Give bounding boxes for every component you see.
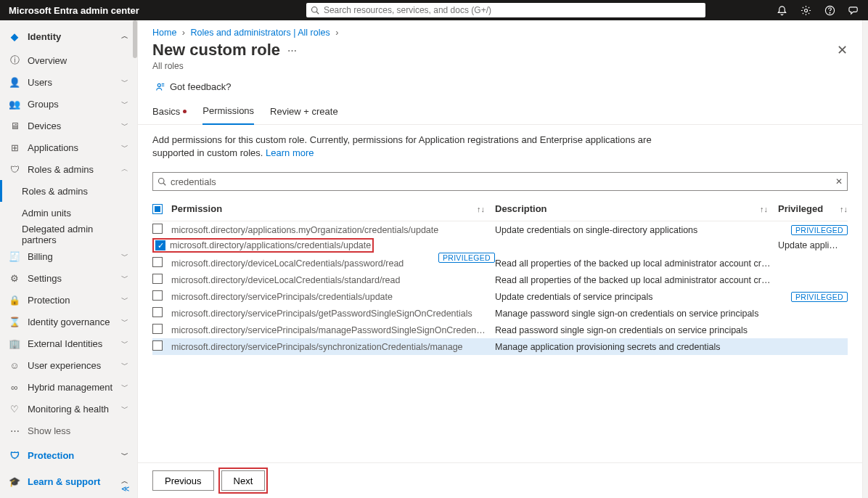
search-icon [311, 6, 319, 15]
groups-icon: 👥 [9, 99, 20, 110]
row-checkbox[interactable] [152, 290, 163, 301]
feedback-person-icon [155, 82, 165, 92]
monitoring-icon: ♡ [9, 404, 20, 415]
chevron-down-icon: ﹀ [121, 317, 128, 327]
feedback-icon[interactable] [848, 5, 859, 16]
table-row[interactable]: microsoft.directory/servicePrincipals/sy… [152, 338, 848, 355]
required-dot-icon [183, 110, 187, 113]
tab-review-create[interactable]: Review + create [270, 99, 338, 124]
row-checkbox[interactable] [152, 224, 163, 234]
chevron-down-icon: ﹀ [121, 273, 128, 283]
sidebar-identity[interactable]: ◆ Identity ︿ [0, 23, 137, 49]
sidebar-user-experiences[interactable]: ☺User experiences﹀ [0, 354, 137, 376]
row-checkbox[interactable] [152, 274, 163, 284]
settings-icon[interactable] [801, 5, 811, 16]
sidebar-scrollbar[interactable] [133, 20, 137, 58]
permissions-description: Add permissions for this custom role. Cu… [138, 125, 689, 163]
sidebar-protection[interactable]: 🔒Protection﹀ [0, 289, 137, 311]
table-row[interactable]: microsoft.directory/servicePrincipals/cr… [152, 288, 848, 305]
previous-button[interactable]: Previous [152, 470, 214, 491]
footer-actions: Previous Next [138, 462, 862, 498]
close-icon[interactable]: ✕ [837, 42, 848, 58]
chevron-right-icon: › [335, 28, 338, 38]
select-all-checkbox[interactable] [152, 204, 163, 214]
collapse-sidebar-icon[interactable]: ≪ [121, 484, 130, 494]
permission-name: microsoft.directory/servicePrincipals/sy… [171, 342, 495, 352]
chevron-down-icon: ﹀ [121, 251, 128, 261]
sidebar-admin-units[interactable]: Admin units [0, 202, 137, 224]
global-search-input[interactable] [324, 5, 701, 15]
identity-icon: ◆ [9, 31, 20, 42]
permission-search[interactable]: ✕ [152, 172, 848, 191]
permission-description: Manage application provisioning secrets … [495, 342, 778, 352]
col-description[interactable]: Description [495, 203, 547, 214]
chevron-down-icon: ﹀ [121, 99, 128, 109]
dots-icon: ⋯ [9, 425, 20, 436]
sidebar-identity-governance[interactable]: ⌛Identity governance﹀ [0, 311, 137, 332]
col-permission[interactable]: Permission [171, 203, 222, 214]
row-checkbox[interactable] [152, 307, 163, 317]
breadcrumb-roles[interactable]: Roles and administrators | All roles [190, 28, 329, 38]
top-bar: Microsoft Entra admin center [0, 0, 868, 20]
permission-description: Update credentials of service principals [495, 292, 778, 302]
table-row[interactable]: microsoft.directory/servicePrincipals/ma… [152, 322, 848, 338]
row-checkbox[interactable]: ✓ [155, 240, 165, 250]
chevron-down-icon: ﹀ [121, 295, 128, 305]
sidebar-devices[interactable]: 🖥Devices﹀ [0, 115, 137, 136]
sidebar-protection-section[interactable]: 🛡 Protection ﹀ [0, 442, 137, 468]
permission-name: microsoft.directory/servicePrincipals/ge… [171, 309, 495, 319]
sidebar-overview[interactable]: ⓘOverview [0, 49, 137, 71]
sidebar-groups[interactable]: 👥Groups﹀ [0, 93, 137, 115]
tab-permissions[interactable]: Permissions [202, 99, 254, 125]
external-icon: 🏢 [9, 338, 20, 349]
table-row[interactable]: microsoft.directory/applications.myOrgan… [152, 221, 848, 238]
sidebar-hybrid[interactable]: ∞Hybrid management﹀ [0, 376, 137, 398]
sidebar-show-less[interactable]: ⋯Show less [0, 420, 137, 442]
users-icon: 👤 [9, 77, 20, 88]
row-checkbox[interactable] [152, 340, 163, 351]
chevron-down-icon: ﹀ [121, 450, 128, 460]
sort-icon[interactable]: ↑↓ [840, 205, 848, 213]
more-actions-icon[interactable]: ⋯ [287, 45, 298, 56]
sidebar-billing[interactable]: 🧾Billing﹀ [0, 245, 137, 267]
sidebar-learn-support[interactable]: 🎓 Learn & support ︿ [0, 468, 137, 494]
chevron-down-icon: ﹀ [121, 382, 128, 392]
tab-basics[interactable]: Basics [152, 99, 187, 124]
table-row[interactable]: microsoft.directory/servicePrincipals/ge… [152, 305, 848, 322]
svg-point-6 [159, 179, 165, 184]
breadcrumb-home[interactable]: Home [152, 28, 176, 38]
sidebar-roles-admins[interactable]: 🛡Roles & admins︿ [0, 158, 137, 180]
col-privileged[interactable]: Privileged [778, 203, 823, 214]
help-icon[interactable] [824, 5, 835, 16]
chevron-down-icon: ﹀ [121, 77, 128, 87]
sidebar-users[interactable]: 👤Users﹀ [0, 71, 137, 93]
sidebar-monitoring[interactable]: ♡Monitoring & health﹀ [0, 398, 137, 420]
permission-name: microsoft.directory/deviceLocalCredentia… [171, 258, 495, 269]
permission-description: Update credentials on single-directory a… [495, 225, 778, 235]
learn-more-link[interactable]: Learn more [266, 147, 314, 158]
brand-label: Microsoft Entra admin center [9, 5, 139, 16]
permission-description: Read all properties of the backed up loc… [495, 275, 778, 285]
billing-icon: 🧾 [9, 251, 20, 262]
got-feedback[interactable]: Got feedback? [138, 75, 862, 99]
notifications-icon[interactable] [777, 5, 787, 16]
sidebar-settings[interactable]: ⚙Settings﹀ [0, 267, 137, 289]
table-row[interactable]: ✓ microsoft.directory/applications/crede… [152, 238, 848, 255]
tabs: Basics Permissions Review + create [138, 99, 862, 125]
main-scrollbar[interactable] [862, 20, 868, 498]
permission-search-input[interactable] [171, 176, 835, 187]
permission-name: microsoft.directory/applications.myOrgan… [171, 225, 495, 235]
sidebar-delegated-partners[interactable]: Delegated admin partners [0, 224, 137, 245]
row-checkbox[interactable] [152, 257, 163, 267]
sidebar-applications[interactable]: ⊞Applications﹀ [0, 136, 137, 158]
sort-icon[interactable]: ↑↓ [477, 205, 485, 213]
next-button[interactable]: Next [221, 470, 266, 491]
sidebar-roles-admins-sub[interactable]: Roles & admins [0, 180, 137, 202]
user-exp-icon: ☺ [9, 360, 20, 371]
sort-icon[interactable]: ↑↓ [760, 205, 768, 213]
sidebar-external-identities[interactable]: 🏢External Identities﹀ [0, 332, 137, 354]
clear-search-icon[interactable]: ✕ [835, 176, 843, 187]
global-search[interactable] [306, 3, 705, 17]
row-checkbox[interactable] [152, 324, 163, 334]
table-row[interactable]: microsoft.directory/deviceLocalCredentia… [152, 272, 848, 288]
